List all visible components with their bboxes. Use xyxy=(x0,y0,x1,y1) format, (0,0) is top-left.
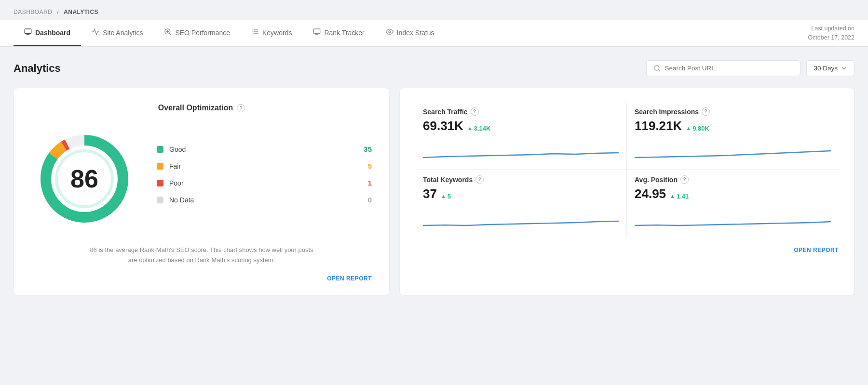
legend-count-nodata: 0 xyxy=(368,196,372,204)
breadcrumb-root: DASHBOARD xyxy=(14,9,53,15)
metric-total-keywords: Total Keywords ? 37 ▲ 5 xyxy=(415,170,627,237)
legend-label-poor: Poor xyxy=(169,179,368,187)
metric-avg-position-values: 24.95 ▲ 1.41 xyxy=(635,186,831,201)
metric-avg-position: Avg. Position ? 24.95 ▲ 1.41 xyxy=(627,170,839,237)
svg-point-16 xyxy=(389,31,391,33)
breadcrumb: DASHBOARD / ANALYTICS xyxy=(0,0,868,20)
list-icon xyxy=(251,28,259,37)
arrow-up-icon: ▲ xyxy=(467,125,473,131)
tab-index-status[interactable]: Index Status xyxy=(375,20,445,46)
optimization-title: Overall Optimization ? xyxy=(31,104,372,112)
arrow-up-icon: ▲ xyxy=(670,193,675,199)
legend-dot-poor xyxy=(157,180,163,186)
legend-item-nodata: No Data 0 xyxy=(157,196,372,204)
svg-rect-13 xyxy=(314,29,320,33)
tab-list: Dashboard Site Analytics SEO Performance… xyxy=(14,20,445,46)
metric-search-impressions: Search Impressions ? 119.21K ▲ 9.80K xyxy=(627,102,839,170)
tab-index-status-label: Index Status xyxy=(397,29,434,37)
optimization-open-report[interactable]: OPEN REPORT xyxy=(31,275,372,282)
metrics-card: Search Traffic ? 69.31K ▲ 3.14K xyxy=(399,88,854,296)
page-content: Analytics 30 Days Overall Optimization ? xyxy=(0,47,868,309)
last-updated-date: October 17, 2022 xyxy=(808,33,854,42)
tab-seo-performance-label: SEO Performance xyxy=(175,29,230,37)
arrow-up-icon: ▲ xyxy=(441,193,446,199)
optimization-help-icon[interactable]: ? xyxy=(237,104,245,112)
svg-rect-0 xyxy=(25,29,31,33)
avg-position-help-icon[interactable]: ? xyxy=(680,175,689,184)
legend-dot-fair xyxy=(157,163,163,170)
last-updated: Last updated on October 17, 2022 xyxy=(808,24,854,42)
search-icon xyxy=(653,65,661,72)
breadcrumb-separator: / xyxy=(57,9,59,15)
metric-total-keywords-values: 37 ▲ 5 xyxy=(423,186,619,201)
legend-dot-nodata xyxy=(157,197,163,203)
last-updated-label: Last updated on xyxy=(808,24,854,33)
arrow-up-icon: ▲ xyxy=(686,125,691,131)
legend-count-good: 35 xyxy=(364,145,372,153)
optimization-card: Overall Optimization ? xyxy=(14,88,390,296)
metric-search-traffic: Search Traffic ? 69.31K ▲ 3.14K xyxy=(415,102,627,170)
search-impressions-help-icon[interactable]: ? xyxy=(702,107,710,116)
tab-seo-performance[interactable]: SEO Performance xyxy=(153,20,241,46)
svg-line-18 xyxy=(659,69,660,71)
metric-avg-position-label: Avg. Position ? xyxy=(635,175,831,184)
monitor-icon xyxy=(24,28,32,37)
metrics-card-footer: OPEN REPORT xyxy=(415,247,839,253)
metrics-open-report[interactable]: OPEN REPORT xyxy=(415,247,839,253)
page-title: Analytics xyxy=(14,62,61,75)
tab-site-analytics-label: Site Analytics xyxy=(103,29,143,37)
metric-total-keywords-change: ▲ 5 xyxy=(441,193,451,200)
legend-item-poor: Poor 1 xyxy=(157,179,372,187)
optimization-body: 86 Good 35 Fair 5 xyxy=(31,126,372,232)
rank-tracker-icon xyxy=(313,28,321,37)
tab-keywords-label: Keywords xyxy=(262,29,292,37)
total-keywords-help-icon[interactable]: ? xyxy=(475,175,484,184)
metric-search-traffic-change: ▲ 3.14K xyxy=(467,125,491,132)
chevron-down-icon xyxy=(841,65,847,72)
cards-row: Overall Optimization ? xyxy=(14,88,854,296)
legend-count-fair: 5 xyxy=(368,162,372,170)
donut-score-container: 86 xyxy=(70,166,98,191)
tab-navigation: Dashboard Site Analytics SEO Performance… xyxy=(0,20,868,47)
legend-label-fair: Fair xyxy=(169,162,368,170)
days-dropdown[interactable]: 30 Days xyxy=(806,60,854,76)
metric-search-impressions-change: ▲ 9.80K xyxy=(686,125,709,132)
total-keywords-sparkline xyxy=(423,207,619,227)
tab-rank-tracker[interactable]: Rank Tracker xyxy=(302,20,375,46)
metric-total-keywords-value: 37 xyxy=(423,186,437,201)
analytics-controls: 30 Days xyxy=(646,60,854,76)
metric-search-traffic-label: Search Traffic ? xyxy=(423,107,619,116)
donut-chart: 86 xyxy=(31,126,137,232)
legend-dot-good xyxy=(157,146,163,153)
tab-dashboard-label: Dashboard xyxy=(35,29,70,37)
search-url-field[interactable] xyxy=(646,60,800,76)
legend-item-fair: Fair 5 xyxy=(157,162,372,170)
metric-total-keywords-label: Total Keywords ? xyxy=(423,175,619,184)
breadcrumb-current: ANALYTICS xyxy=(64,9,98,15)
donut-score: 86 xyxy=(70,165,98,193)
tab-rank-tracker-label: Rank Tracker xyxy=(324,29,364,37)
optimization-legend: Good 35 Fair 5 Poor 1 N xyxy=(157,145,372,212)
legend-label-good: Good xyxy=(169,146,364,153)
days-label: 30 Days xyxy=(814,65,838,72)
tab-keywords[interactable]: Keywords xyxy=(241,20,302,46)
search-url-input[interactable] xyxy=(665,65,793,72)
tab-dashboard[interactable]: Dashboard xyxy=(14,20,81,46)
metric-avg-position-value: 24.95 xyxy=(635,186,666,201)
legend-label-nodata: No Data xyxy=(169,196,368,204)
search-impressions-sparkline xyxy=(635,139,831,159)
metric-avg-position-change: ▲ 1.41 xyxy=(670,193,689,200)
legend-count-poor: 1 xyxy=(368,179,372,187)
search-traffic-sparkline xyxy=(423,139,619,159)
metrics-grid: Search Traffic ? 69.31K ▲ 3.14K xyxy=(415,102,839,237)
metric-search-impressions-label: Search Impressions ? xyxy=(635,107,831,116)
avg-position-sparkline xyxy=(635,207,831,227)
eye-icon xyxy=(386,28,393,37)
tab-site-analytics[interactable]: Site Analytics xyxy=(81,20,153,46)
analytics-header: Analytics 30 Days xyxy=(14,60,854,76)
metric-search-impressions-value: 119.21K xyxy=(635,119,682,133)
seo-icon xyxy=(164,28,172,37)
search-traffic-help-icon[interactable]: ? xyxy=(471,107,479,116)
metric-search-traffic-value: 69.31K xyxy=(423,119,463,133)
metric-search-traffic-values: 69.31K ▲ 3.14K xyxy=(423,119,619,133)
